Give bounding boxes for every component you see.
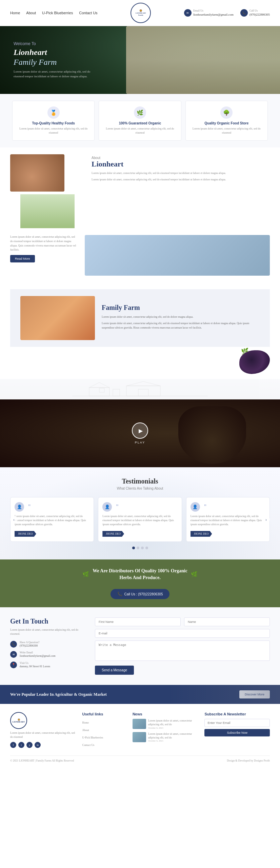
testimonial-text-3: Lorem ipsum dolor sit amet, consectetur … xyxy=(191,514,265,527)
footer-links-title: Useful links xyxy=(82,712,126,716)
hero-title: Lionheart Family Farm xyxy=(14,47,95,67)
contact-email-detail: ✉ Write Email lionheartfamilyfarm@gmail.… xyxy=(10,651,85,658)
distributor-text-bold: Quality 100% Organic xyxy=(141,568,187,573)
send-button[interactable]: Send a Message xyxy=(95,666,134,675)
twitter-icon[interactable]: t xyxy=(18,742,24,748)
play-label: PLAY xyxy=(135,441,145,444)
call-button[interactable]: 📞 Call Us : (970)222806305 xyxy=(111,589,170,599)
hero-welcome: Welcome To xyxy=(14,41,95,46)
footer-description: Lorem ipsum dolor sit amet, consectetur … xyxy=(10,731,76,739)
about-content: About Lionheart Lorem ipsum dolor sit am… xyxy=(92,154,270,184)
testimonial-text-1: Lorem ipsum dolor sit amet, consectetur … xyxy=(15,514,89,527)
phone-info: Call Us (970)222806305 xyxy=(249,9,270,17)
avatar-1: 👤 xyxy=(15,502,24,512)
contact-address-icon: 📍 xyxy=(10,662,17,668)
news-date-1: October 6, 2021 xyxy=(148,727,198,729)
call-button-label: Call Us : (970)222806305 xyxy=(124,592,163,596)
about-image-2 xyxy=(20,194,75,228)
berries-decoration: 🌿 xyxy=(239,350,270,374)
email-input[interactable] xyxy=(95,629,270,638)
about-image-1 xyxy=(10,154,64,192)
footer-link-1: Home xyxy=(82,719,126,725)
testimonials-grid: 👤 " Lorem ipsum dolor sit amet, consecte… xyxy=(10,497,270,542)
form-email-row xyxy=(95,629,270,638)
quote-icon-1: " xyxy=(28,504,31,511)
footer-link-3: U-Pick Blueberries xyxy=(82,734,126,740)
footer-subscribe-title: Subscribe A Newsletter xyxy=(204,712,270,716)
svg-rect-6 xyxy=(138,389,148,396)
testimonial-name-2: JHONE DEO xyxy=(102,531,124,537)
testimonial-avatar-2: 👤 " xyxy=(102,502,177,512)
logo: 🦁 LIONHEART Family xyxy=(131,3,151,23)
dot-4[interactable] xyxy=(145,547,148,549)
logo-circle: 🦁 LIONHEART Family xyxy=(131,3,151,23)
nav-home[interactable]: Home xyxy=(10,11,20,15)
family-section: Family Farm Lorem ipsum dolor sit amet, … xyxy=(10,289,270,347)
last-name-input[interactable] xyxy=(184,617,270,626)
features-section: 🏅 Top-Quality Healthy Foods Lorem ipsum … xyxy=(0,94,280,147)
subscribe-button[interactable]: Subscribe Now xyxy=(204,729,270,736)
news-image-1 xyxy=(133,719,146,729)
news-text-1: Lorem ipsum dolor sit amet, consectetur … xyxy=(148,719,198,726)
hero-content: Welcome To Lionheart Family Farm Lorem i… xyxy=(0,31,108,89)
linkedin-icon[interactable]: in xyxy=(35,742,41,748)
play-button[interactable]: ▶ xyxy=(132,422,148,439)
hero-title-light: Family Farm xyxy=(14,58,57,66)
nav-contact[interactable]: Contact Us xyxy=(79,11,97,15)
family-text-1: Lorem ipsum dolor sit amet, consectetur … xyxy=(102,315,260,319)
leader-title: We're Popular Leader In Agricultur & Org… xyxy=(10,692,107,697)
feature-card-2: 🌿 100% Guaranteed Organic Lorem ipsum do… xyxy=(99,101,181,141)
distributor-decoration: 🌿 We Are Distributors Of Quality 100% Or… xyxy=(10,568,270,581)
footer-logo-line1: LIONHEART xyxy=(13,721,25,723)
news-date-2: October 6, 2021 xyxy=(148,739,198,742)
dot-3[interactable] xyxy=(141,547,144,549)
read-more-button[interactable]: Read More xyxy=(10,255,35,262)
testimonials-next-arrow[interactable]: › xyxy=(262,516,270,523)
testimonial-avatar-1: 👤 " xyxy=(15,502,89,512)
dot-2[interactable] xyxy=(137,547,139,549)
email-contact: ✉ Email Us lionheartfamilyfarm@gmail.com xyxy=(184,9,234,17)
call-phone-icon: 📞 xyxy=(117,592,122,596)
dot-1[interactable] xyxy=(132,547,135,549)
about-label: About xyxy=(92,156,270,160)
facebook-icon[interactable]: f xyxy=(10,742,16,748)
navigation: Home About U-Pick Blueberries Contact Us… xyxy=(0,0,280,26)
testimonials-dots xyxy=(10,547,270,549)
testimonial-name-3: JHONE DEO xyxy=(191,531,212,537)
testimonials-prev-arrow[interactable]: ‹ xyxy=(10,516,18,523)
first-name-input[interactable] xyxy=(95,617,181,626)
contact-email-icon: ✉ xyxy=(10,651,17,658)
nav-links: Home About U-Pick Blueberries Contact Us xyxy=(10,11,98,15)
family-section-wrapper: Family Farm Lorem ipsum dolor sit amet, … xyxy=(0,282,280,379)
testimonial-avatar-3: 👤 " xyxy=(191,502,265,512)
distributor-call: 📞 Call Us : (970)222806305 xyxy=(10,585,270,599)
copyright: © 2021 LIONHEART | Family Farms All Righ… xyxy=(10,759,74,762)
hero-hand-image xyxy=(126,26,280,94)
nav-about[interactable]: About xyxy=(26,11,36,15)
contact-phone-text: Have A Question? (970)222806300 xyxy=(20,641,39,648)
testimonial-3: 👤 " Lorem ipsum dolor sit amet, consecte… xyxy=(186,497,270,542)
contact-phone-icon: 📞 xyxy=(10,641,17,648)
contact-email-label: Write Email xyxy=(20,651,56,654)
family-berries-container: 🌿 xyxy=(10,350,270,379)
berries-image xyxy=(239,350,270,374)
feature-icon-3: 🌳 xyxy=(220,106,233,119)
hero-title-bold: Lionheart xyxy=(14,48,47,57)
youtube-icon[interactable]: y xyxy=(26,742,33,748)
testimonials-section: Testimonials What Clients Are Talking Ab… xyxy=(0,467,280,559)
news-item-2: Lorem ipsum dolor sit amet, consectetur … xyxy=(133,732,198,742)
nav-upick[interactable]: U-Pick Blueberries xyxy=(42,11,73,15)
subscribe-input[interactable] xyxy=(204,719,270,727)
footer-news-col: News Lorem ipsum dolor sit amet, consect… xyxy=(133,712,198,749)
news-content-1: Lorem ipsum dolor sit amet, consectetur … xyxy=(148,719,198,729)
contact-info: Get In Touch Lorem ipsum dolor sit amet,… xyxy=(10,617,85,675)
footer: 🦁 LIONHEART Lorem ipsum dolor sit amet, … xyxy=(0,704,280,766)
about-title: Lionheart xyxy=(92,160,270,169)
email-info: Email Us lionheartfamilyfarm@gmail.com xyxy=(193,9,234,17)
leader-banner-bg xyxy=(168,685,280,704)
message-textarea[interactable] xyxy=(95,640,270,661)
hero-description: Lorem ipsum dolor sit amet, consectetur … xyxy=(14,70,95,79)
about-below-paragraph: Lorem ipsum dolor sit amet, consectetur … xyxy=(10,235,78,252)
family-text-2: Lorem ipsum dolor sit amet, consectetur … xyxy=(102,321,260,330)
feature-text-3: Lorem ipsum dolor sit amet, consectetur … xyxy=(190,127,263,135)
